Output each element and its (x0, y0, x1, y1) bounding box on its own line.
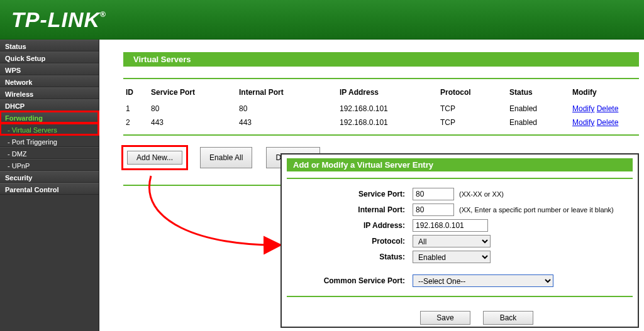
cell-ip: 192.168.0.101 (337, 116, 438, 129)
sidebar-item-dhcp[interactable]: DHCP (0, 99, 99, 111)
label-internal-port: Internal Port: (287, 205, 413, 214)
enable-all-button[interactable]: Enable All (200, 147, 252, 168)
cell-modify: Modify Delete (570, 102, 639, 116)
internal-port-input[interactable] (413, 203, 454, 216)
sidebar-item-network[interactable]: Network (0, 75, 99, 87)
common-port-select[interactable]: --Select One-- (413, 274, 553, 287)
sidebar-item-virtual-servers[interactable]: - Virtual Servers (0, 123, 99, 135)
sidebar-item-dmz[interactable]: - DMZ (0, 147, 99, 159)
label-ip: IP Address: (287, 221, 413, 230)
col-protocol: Protocol (438, 85, 507, 102)
delete-link[interactable]: Delete (597, 118, 619, 127)
add-new-button[interactable]: Add New... (127, 151, 182, 165)
sidebar-item-upnp[interactable]: - UPnP (0, 159, 99, 171)
service-port-input[interactable] (413, 188, 454, 200)
cell-service-port: 80 (148, 102, 236, 116)
divider (123, 78, 639, 79)
sidebar-item-wireless[interactable]: Wireless (0, 87, 99, 99)
delete-link[interactable]: Delete (597, 104, 619, 113)
divider (287, 296, 633, 297)
back-button[interactable]: Back (483, 311, 533, 325)
table-row: 2 443 443 192.168.0.101 TCP Enabled Modi… (123, 116, 639, 129)
logo: TP-LINK® (11, 8, 106, 32)
status-select[interactable]: Enabled (413, 251, 491, 263)
col-id: ID (123, 85, 148, 102)
col-internal-port: Internal Port (236, 85, 337, 102)
sidebar-item-port-triggering[interactable]: - Port Triggering (0, 135, 99, 147)
table-row: 1 80 80 192.168.0.101 TCP Enabled Modify… (123, 102, 639, 116)
dialog-title: Add or Modify a Virtual Server Entry (287, 158, 633, 171)
label-status: Status: (287, 252, 413, 261)
col-ip: IP Address (337, 85, 438, 102)
save-button[interactable]: Save (420, 311, 470, 325)
sidebar-item-forwarding[interactable]: Forwarding (0, 111, 99, 123)
ip-input[interactable] (413, 219, 488, 232)
add-modify-dialog: Add or Modify a Virtual Server Entry Ser… (280, 153, 639, 328)
modify-link[interactable]: Modify (572, 104, 594, 113)
label-common-port: Common Service Port: (287, 276, 413, 285)
cell-ip: 192.168.0.101 (337, 102, 438, 116)
cell-protocol: TCP (438, 116, 507, 129)
cell-status: Enabled (507, 102, 570, 116)
page-title: Virtual Servers (123, 52, 639, 67)
cell-modify: Modify Delete (570, 116, 639, 129)
protocol-select[interactable]: All (413, 235, 491, 247)
cell-internal-port: 80 (236, 102, 337, 116)
label-service-port: Service Port: (287, 190, 413, 198)
cell-internal-port: 443 (236, 116, 337, 129)
divider (123, 134, 639, 136)
col-service-port: Service Port (148, 85, 236, 102)
divider (287, 178, 633, 179)
virtual-servers-table: ID Service Port Internal Port IP Address… (123, 85, 639, 129)
modify-link[interactable]: Modify (572, 118, 594, 127)
col-modify: Modify (570, 85, 639, 102)
cell-id: 1 (123, 102, 148, 116)
dialog-button-row: Save Back (287, 311, 633, 325)
add-new-highlight: Add New... (123, 147, 186, 168)
sidebar-item-parental-control[interactable]: Parental Control (0, 183, 99, 195)
sidebar-item-quick-setup[interactable]: Quick Setup (0, 52, 99, 63)
sidebar-item-status[interactable]: Status (0, 40, 99, 52)
cell-status: Enabled (507, 116, 570, 129)
hint-service-port: (XX-XX or XX) (459, 190, 504, 198)
col-status: Status (507, 85, 570, 102)
label-protocol: Protocol: (287, 237, 413, 246)
sidebar: Status Quick Setup WPS Network Wireless … (0, 40, 99, 331)
hint-internal-port: (XX, Enter a specific port number or lea… (459, 206, 614, 214)
cell-id: 2 (123, 116, 148, 129)
cell-protocol: TCP (438, 102, 507, 116)
cell-service-port: 443 (148, 116, 236, 129)
header: TP-LINK® (0, 0, 644, 40)
sidebar-item-security[interactable]: Security (0, 171, 99, 183)
sidebar-item-wps[interactable]: WPS (0, 63, 99, 75)
